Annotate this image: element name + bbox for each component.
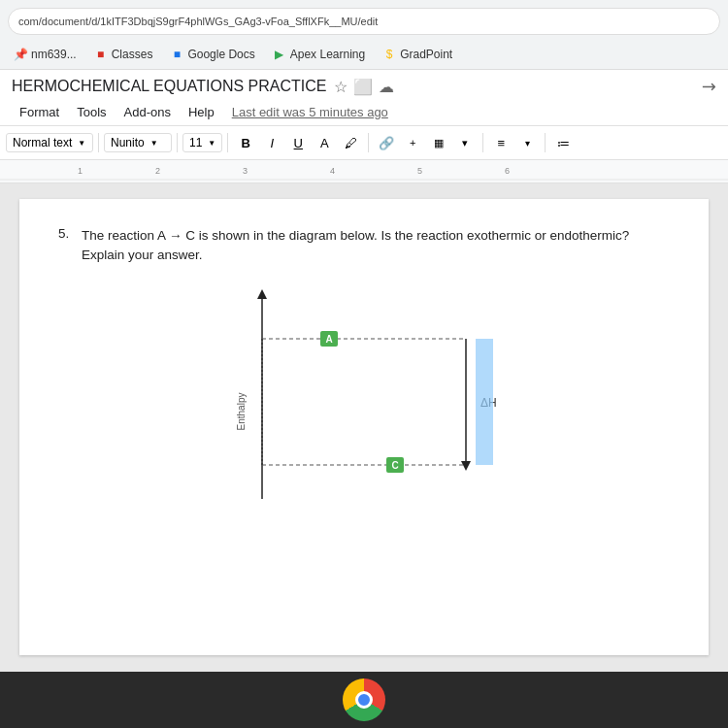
svg-rect-17 bbox=[476, 339, 493, 465]
svg-text:2: 2 bbox=[155, 166, 160, 176]
question-5: 5. The reaction A → C is shown in the di… bbox=[58, 226, 670, 266]
doc-page: 5. The reaction A → C is shown in the di… bbox=[19, 199, 709, 655]
svg-text:3: 3 bbox=[243, 166, 248, 176]
docs-menu-bar: Format Tools Add-ons Help Last edit was … bbox=[0, 99, 728, 125]
browser-top: com/document/d/1kITF3DbqjS9grF4phlWGs_GA… bbox=[0, 0, 728, 70]
docs-app: HERMOCHEMICAL EQUATIONS PRACTICE ☆ ⬜ ☁ ↗… bbox=[0, 70, 728, 688]
bookmark-icon-4: $ bbox=[382, 48, 396, 61]
bookmark-icon-1: ■ bbox=[94, 48, 108, 61]
address-bar[interactable]: com/document/d/1kITF3DbqjS9grF4phlWGs_GA… bbox=[8, 8, 720, 35]
italic-button[interactable]: I bbox=[259, 130, 284, 155]
svg-text:A: A bbox=[325, 334, 332, 345]
diagram-svg: Enthalpy ΔH A bbox=[204, 276, 524, 528]
svg-text:4: 4 bbox=[330, 166, 335, 176]
page-title: HERMOCHEMICAL EQUATIONS PRACTICE bbox=[12, 78, 326, 95]
toolbar-sep-1 bbox=[98, 133, 99, 152]
style-chevron-icon: ▼ bbox=[78, 139, 85, 148]
font-select-value: Nunito bbox=[111, 136, 145, 149]
align-button[interactable]: ≡ bbox=[488, 130, 513, 155]
address-text: com/document/d/1kITF3DbqjS9grF4phlWGs_GA… bbox=[18, 16, 378, 27]
color-button[interactable]: A bbox=[312, 130, 337, 155]
bookmark-label-2: Google Docs bbox=[187, 48, 254, 61]
underline-button[interactable]: U bbox=[285, 130, 311, 155]
bookmark-item-2[interactable]: ■ Google Docs bbox=[164, 45, 260, 64]
toolbar-sep-3 bbox=[227, 133, 228, 152]
font-chevron-icon: ▼ bbox=[150, 139, 158, 148]
bookmark-item-1[interactable]: ■ Classes bbox=[88, 45, 159, 64]
chrome-logo bbox=[343, 678, 385, 721]
svg-text:C: C bbox=[391, 460, 398, 471]
menu-format[interactable]: Format bbox=[12, 101, 67, 123]
bookmark-label-1: Classes bbox=[112, 48, 153, 61]
image-button[interactable]: ▦ bbox=[426, 130, 451, 155]
bold-button[interactable]: B bbox=[233, 130, 258, 155]
toolbar-sep-6 bbox=[545, 133, 546, 152]
enthalpy-label: Enthalpy bbox=[236, 392, 247, 430]
style-select[interactable]: Normal text ▼ bbox=[6, 133, 93, 152]
toolbar-sep-4 bbox=[368, 133, 369, 152]
size-chevron-icon: ▼ bbox=[208, 139, 215, 148]
docs-title-bar: HERMOCHEMICAL EQUATIONS PRACTICE ☆ ⬜ ☁ ↗ bbox=[0, 70, 728, 99]
bookmark-item-0[interactable]: 📌 nm639... bbox=[8, 45, 83, 64]
bookmark-label-4: GradPoint bbox=[400, 48, 452, 61]
bookmark-icon-0: 📌 bbox=[14, 48, 27, 61]
align-chevron[interactable]: ▾ bbox=[514, 130, 540, 155]
size-select[interactable]: 11 ▼ bbox=[182, 133, 222, 152]
svg-text:1: 1 bbox=[78, 166, 83, 176]
question-text: The reaction A → C is shown in the diagr… bbox=[82, 226, 670, 266]
svg-marker-12 bbox=[461, 461, 471, 471]
menu-help[interactable]: Help bbox=[181, 101, 222, 123]
expand-icon[interactable]: ↗ bbox=[696, 74, 721, 99]
svg-text:5: 5 bbox=[417, 166, 422, 176]
format-chevron[interactable]: ▾ bbox=[452, 130, 478, 155]
folder-icon[interactable]: ⬜ bbox=[353, 78, 373, 96]
question-number: 5. bbox=[58, 226, 78, 266]
diagram-container: Enthalpy ΔH A bbox=[58, 276, 670, 528]
bookmark-icon-2: ■ bbox=[170, 48, 183, 61]
docs-title-icons: ☆ ⬜ ☁ bbox=[334, 78, 394, 96]
docs-ruler: 1 2 3 4 5 6 bbox=[0, 160, 728, 183]
chrome-logo-bar bbox=[0, 672, 728, 728]
star-icon[interactable]: ☆ bbox=[334, 78, 347, 96]
browser-window: com/document/d/1kITF3DbqjS9grF4phlWGs_GA… bbox=[0, 0, 728, 728]
highlight-button[interactable]: 🖊 bbox=[338, 130, 363, 155]
size-select-value: 11 bbox=[189, 136, 202, 149]
toolbar-sep-2 bbox=[177, 133, 178, 152]
docs-toolbar: Normal text ▼ Nunito ▼ 11 ▼ B bbox=[0, 125, 728, 160]
last-edit-text: Last edit was 5 minutes ago bbox=[232, 105, 388, 119]
svg-marker-8 bbox=[257, 289, 267, 299]
toolbar-group-align: ≡ ▾ bbox=[488, 130, 540, 155]
style-select-value: Normal text bbox=[13, 136, 72, 149]
question-body: The reaction A → C is shown in the diagr… bbox=[82, 226, 670, 266]
toolbar-sep-5 bbox=[482, 133, 483, 152]
comment-button[interactable]: + bbox=[400, 130, 425, 155]
toolbar-group-format: B I U A 🖊 bbox=[233, 130, 363, 155]
link-button[interactable]: 🔗 bbox=[374, 130, 399, 155]
menu-addons[interactable]: Add-ons bbox=[116, 101, 179, 123]
docs-content-area: 5. The reaction A → C is shown in the di… bbox=[0, 183, 728, 688]
bookmark-icon-3: ▶ bbox=[273, 48, 286, 61]
menu-tools[interactable]: Tools bbox=[69, 101, 114, 123]
line-spacing-button[interactable]: ≔ bbox=[550, 130, 576, 155]
font-select[interactable]: Nunito ▼ bbox=[104, 133, 172, 152]
toolbar-group-insert: 🔗 + ▦ ▾ bbox=[374, 130, 478, 155]
bookmarks-bar: 📌 nm639... ■ Classes ■ Google Docs ▶ Ape… bbox=[0, 39, 728, 70]
cloud-icon[interactable]: ☁ bbox=[379, 78, 394, 96]
bookmark-label-3: Apex Learning bbox=[290, 48, 365, 61]
bookmark-item-4[interactable]: $ GradPoint bbox=[377, 45, 458, 64]
bookmark-item-3[interactable]: ▶ Apex Learning bbox=[267, 45, 371, 64]
bookmark-label-0: nm639... bbox=[31, 48, 77, 61]
svg-text:6: 6 bbox=[505, 166, 510, 176]
